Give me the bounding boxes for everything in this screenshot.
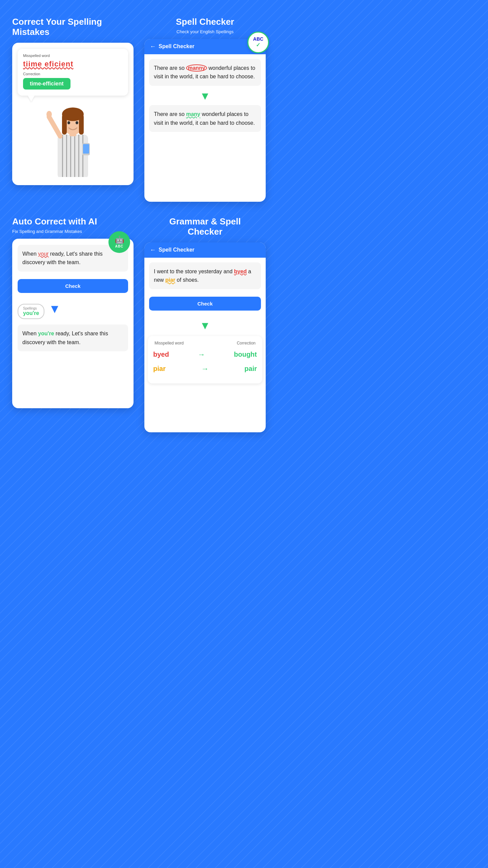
page: Correct Your Spelling Mistakes Misspelle… bbox=[0, 0, 278, 454]
cell3-subtitle: Fix Spelling and Grammar Mistakes bbox=[12, 229, 82, 234]
text-before2: There are so bbox=[154, 111, 186, 117]
grammar-header-title: Spell Checker bbox=[159, 247, 195, 253]
col-misspelled: Misspelled word bbox=[155, 341, 184, 346]
cell4-title: Grammar & Spell Checker bbox=[144, 217, 266, 237]
spellings-label: Spellings bbox=[23, 307, 39, 310]
svg-rect-11 bbox=[79, 114, 84, 135]
svg-point-13 bbox=[76, 121, 78, 124]
corrected-before: When bbox=[22, 331, 38, 336]
piar-word: piar bbox=[165, 277, 175, 283]
table-header: Misspelled word Correction bbox=[153, 341, 257, 346]
cell3-card: When your ready, Let's share this discov… bbox=[12, 239, 134, 408]
youre-highlight: you're bbox=[38, 331, 54, 336]
cell1-card: Misspelled word tiime eficient Correctio… bbox=[12, 43, 134, 185]
youre-correction: you're bbox=[23, 310, 39, 316]
arrow2-icon: → bbox=[201, 364, 209, 373]
abc-text: ABC bbox=[115, 244, 124, 248]
cell3-corrected: When you're ready, Let's share this disc… bbox=[12, 321, 134, 361]
header-title: Spell Checker bbox=[159, 43, 195, 50]
blue-arrow-down: ▼ bbox=[48, 302, 61, 316]
row2-wrong: piar bbox=[153, 365, 166, 373]
svg-rect-4 bbox=[74, 135, 75, 177]
svg-rect-5 bbox=[78, 135, 79, 177]
check-icon: ✓ bbox=[256, 42, 260, 48]
table-row-1: byed → bought bbox=[153, 350, 257, 359]
text-intro: I went to the store yesterday and bbox=[154, 269, 234, 274]
col-correction: Correction bbox=[237, 341, 256, 346]
text-after-correction: There are so many wonderful places to vi… bbox=[149, 105, 261, 132]
svg-rect-2 bbox=[66, 135, 67, 177]
row1-right: bought bbox=[234, 351, 257, 358]
cell2-card: ← Spell Checker There are so manny wonde… bbox=[144, 39, 266, 202]
text-before: There are so bbox=[154, 65, 186, 71]
text-before-correction: There are so manny wonderful places to v… bbox=[149, 59, 261, 86]
robot-icon: 🤖 bbox=[115, 236, 124, 244]
row1-wrong: byed bbox=[153, 351, 169, 358]
arrow1-icon: → bbox=[198, 350, 205, 359]
svg-rect-17 bbox=[83, 144, 89, 154]
cell-autocorrect: Auto Correct with AI Fix Spelling and Gr… bbox=[7, 210, 139, 440]
misspelled-manny: manny bbox=[186, 64, 207, 72]
abc-label: ABC bbox=[253, 37, 263, 42]
row2-right: pair bbox=[244, 365, 257, 373]
cell-grammar-spell: Grammar & Spell Checker ← Spell Checker … bbox=[139, 210, 271, 440]
grammar-check-button[interactable]: Check bbox=[149, 297, 261, 311]
correction-table: Misspelled word Correction byed → bought… bbox=[148, 336, 262, 383]
your-misspelled: your bbox=[38, 251, 48, 257]
svg-rect-3 bbox=[70, 135, 71, 177]
grammar-down-arrow: ▼ bbox=[144, 318, 266, 333]
svg-rect-1 bbox=[62, 135, 63, 177]
abc-badge: ABC ✓ bbox=[247, 32, 269, 53]
correction-label: Correction bbox=[23, 72, 123, 76]
svg-rect-10 bbox=[62, 114, 67, 135]
grammar-header: ← Spell Checker bbox=[144, 242, 266, 258]
corrected-text-box: When you're ready, Let's share this disc… bbox=[18, 324, 128, 351]
cell4-body: I went to the store yesterday and byed a… bbox=[144, 258, 266, 315]
cell4-card: ← Spell Checker I went to the store yest… bbox=[144, 242, 266, 432]
woman-illustration bbox=[12, 96, 134, 177]
correction-row-3: Spellings you're ▼ bbox=[12, 299, 134, 321]
cell-correct-spelling: Correct Your Spelling Mistakes Misspelle… bbox=[7, 10, 139, 210]
card-body-2: There are so manny wonderful places to v… bbox=[144, 54, 266, 141]
byed-word: byed bbox=[234, 269, 247, 274]
main-grid: Correct Your Spelling Mistakes Misspelle… bbox=[7, 10, 271, 440]
check-button[interactable]: Check bbox=[18, 279, 128, 293]
cell2-title: Spell Checker bbox=[144, 17, 266, 27]
down-arrow-icon: ▼ bbox=[149, 90, 261, 102]
cell3-title: Auto Correct with AI bbox=[12, 217, 97, 227]
back-arrow-icon[interactable]: ← bbox=[150, 43, 156, 50]
cell1-title: Correct Your Spelling Mistakes bbox=[12, 17, 102, 37]
correction-badge: time-efficient bbox=[23, 78, 70, 90]
correct-many: many bbox=[186, 111, 200, 117]
text-end: of shoes. bbox=[175, 277, 199, 283]
grammar-input-text: I went to the store yesterday and byed a… bbox=[149, 262, 261, 289]
back-arrow2-icon[interactable]: ← bbox=[150, 246, 156, 254]
bubble-label1: Misspelled word bbox=[23, 54, 123, 58]
robot-abc-badge: 🤖 ABC bbox=[108, 231, 130, 253]
cell-spell-checker: Spell Checker Check your English Spellin… bbox=[139, 10, 271, 210]
table-row-2: piar → pair bbox=[153, 364, 257, 373]
svg-rect-6 bbox=[82, 135, 83, 177]
cell2-subtitle: Check your English Spellings bbox=[144, 29, 266, 34]
misspelled-word: tiime eficient bbox=[23, 60, 123, 68]
speech-bubble: Misspelled word tiime eficient Correctio… bbox=[18, 49, 128, 96]
svg-point-12 bbox=[67, 121, 70, 124]
spellings-bubble: Spellings you're bbox=[18, 304, 44, 319]
svg-point-15 bbox=[46, 111, 52, 118]
